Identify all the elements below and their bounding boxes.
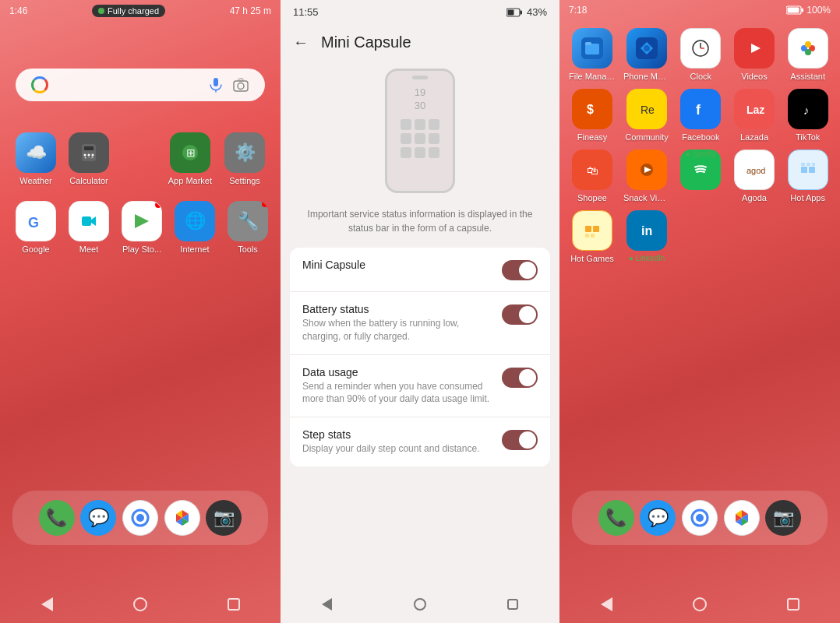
nav-home-button[interactable] (129, 593, 151, 615)
app-playstore[interactable]: Play Sto... (122, 201, 162, 254)
phone-icon: 📞 (39, 500, 75, 536)
battery-toggle[interactable] (502, 304, 538, 325)
settings-nav-recent[interactable] (502, 593, 524, 615)
clock-label: Clock (690, 72, 712, 81)
drawer-app-agoda[interactable]: agoda Agoda (732, 150, 778, 202)
drawer-app-tiktok[interactable]: ♪ TikTok (785, 89, 831, 142)
app-drawer-screen: 7:18 100% File Manager Phone Man... Cloc… (559, 0, 840, 623)
app-market[interactable]: ⊞ App Market (168, 132, 212, 185)
lazada-label: Lazada (740, 132, 768, 142)
drawer-app-linkedin[interactable]: in ● LinkedIn (623, 210, 670, 263)
settings-item-minicapsule: Mini Capsule (290, 248, 550, 292)
weather-icon: ☁️ (16, 132, 56, 173)
svg-rect-61 (809, 167, 815, 173)
drawer-app-community[interactable]: Re Community (623, 89, 670, 142)
nav-back-button[interactable] (36, 593, 58, 615)
settings-header: ← Mini Capsule (281, 24, 559, 61)
app-grid-row2: G Google Meet (0, 193, 281, 262)
drawer-app-phonemgr[interactable]: Phone Man... (623, 28, 670, 81)
appmarket-label: App Market (168, 176, 212, 185)
svg-rect-0 (214, 78, 218, 86)
facebook-icon: f (680, 89, 721, 129)
calculator-icon: + - × (69, 132, 109, 173)
mic-icon[interactable] (207, 76, 224, 93)
drawer-app-assistant[interactable]: Assistant (785, 28, 831, 81)
drawer-app-hotapps[interactable]: Hot Apps (785, 150, 831, 202)
drawer-dock-phone[interactable]: 📞 (598, 500, 634, 536)
back-button[interactable]: ← (293, 33, 309, 51)
weather-label: Weather (19, 176, 51, 185)
app-meet[interactable]: Meet (69, 201, 109, 254)
drawer-app-snackvideo[interactable]: Snack Video (623, 150, 670, 202)
svg-point-19 (136, 514, 144, 522)
google-logo-icon (31, 76, 48, 93)
drawer-app-facebook[interactable]: f Facebook (678, 89, 724, 142)
svg-point-40 (805, 49, 811, 55)
svg-point-3 (238, 83, 244, 90)
dock-messages[interactable]: 💬 (80, 500, 116, 536)
minicapsule-text: Mini Capsule (302, 259, 502, 273)
app-grid-row1: ☁️ Weather + - × Calculator ⊞ (0, 125, 281, 193)
nav-recent-button[interactable] (223, 593, 245, 615)
settings-nav-home[interactable] (409, 593, 431, 615)
phone-preview: 19 30 (385, 69, 455, 193)
drawer-app-fineasy[interactable]: $ Fineasy (569, 89, 616, 142)
drawer-nav-home[interactable] (689, 593, 711, 615)
facebook-label: Facebook (682, 132, 719, 142)
agoda-label: Agoda (742, 193, 767, 202)
app-tools[interactable]: 🔧 Tools (228, 201, 268, 254)
drawer-app-lazada[interactable]: Laz Lazada (732, 89, 778, 142)
drawer-app-filemanager[interactable]: File Manager (569, 28, 616, 81)
fineasy-icon: $ (572, 89, 612, 129)
drawer-app-hotgames[interactable]: Hot Games (569, 210, 616, 263)
drawer-status-bar: 7:18 100% (559, 0, 840, 20)
camera-search-icon[interactable] (232, 76, 249, 93)
app-settings[interactable]: ⚙️ Settings (224, 132, 265, 185)
settings-nav-back[interactable] (316, 593, 338, 615)
drawer-dock-camera[interactable]: 📷 (765, 500, 801, 536)
svg-rect-24 (802, 9, 804, 12)
stepstats-title: Step stats (302, 428, 492, 441)
settings-icon: ⚙️ (224, 132, 265, 173)
tiktok-icon: ♪ (788, 89, 828, 129)
drawer-app-clock[interactable]: Clock (678, 28, 724, 81)
search-bar[interactable] (16, 69, 265, 101)
videos-icon (734, 28, 775, 69)
drawer-dock-chrome[interactable] (682, 500, 718, 536)
drawer-nav-recent[interactable] (782, 593, 804, 615)
agoda-icon: agoda (734, 150, 775, 190)
drawer-dock-photos[interactable] (724, 500, 760, 536)
drawer-app-shopee[interactable]: 🛍 Shopee (569, 150, 616, 202)
app-weather[interactable]: ☁️ Weather (16, 132, 56, 185)
svg-rect-69 (591, 234, 595, 238)
phonemgr-icon (626, 28, 667, 69)
svg-rect-56 (690, 159, 711, 181)
datausage-toggle[interactable] (502, 368, 538, 388)
minicapsule-toggle[interactable] (502, 260, 538, 280)
drawer-battery: 100% (786, 5, 831, 16)
community-icon: Re (626, 89, 667, 129)
dock-camera[interactable]: 📷 (206, 500, 242, 536)
drawer-nav-back[interactable] (595, 593, 617, 615)
hotapps-label: Hot Apps (790, 193, 825, 202)
fineasy-label: Fineasy (577, 132, 608, 142)
battery-time: 47 h 25 m (230, 5, 271, 16)
drawer-time: 7:18 (569, 5, 587, 16)
dock-photos[interactable] (164, 500, 200, 536)
svg-point-73 (696, 514, 704, 522)
community-label: Community (625, 132, 669, 142)
app-calculator[interactable]: + - × Calculator (69, 132, 109, 185)
drawer-app-spotify[interactable]: ● Spotify (678, 150, 724, 202)
camera-icon: 📷 (206, 500, 242, 536)
playstore-icon (122, 201, 162, 241)
app-google[interactable]: G Google (16, 201, 56, 254)
dock-phone[interactable]: 📞 (39, 500, 75, 536)
battery-desc: Show when the battery is running low, ch… (302, 317, 492, 343)
dock-chrome[interactable] (122, 500, 158, 536)
stepstats-toggle[interactable] (502, 430, 538, 450)
settings-list: Mini Capsule Battery status Show when th… (290, 248, 550, 466)
tiktok-label: TikTok (796, 132, 820, 142)
drawer-app-videos[interactable]: Videos (732, 28, 778, 81)
drawer-dock-messages[interactable]: 💬 (640, 500, 676, 536)
app-internet[interactable]: 🌐 Internet (175, 201, 215, 254)
